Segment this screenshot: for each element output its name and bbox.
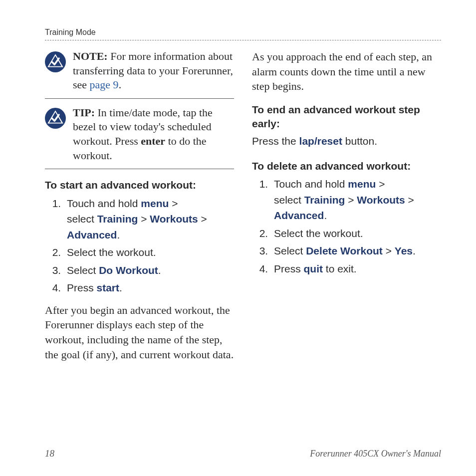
start-workout-title: To start an advanced workout: [45, 178, 234, 192]
note-callout: NOTE: For more information about transfe… [45, 49, 234, 99]
page-number: 18 [45, 448, 54, 459]
menu-workouts: Workouts [357, 194, 405, 206]
list-item: Press start. [64, 280, 234, 296]
key-lap-reset: lap/reset [299, 135, 342, 147]
list-item: Touch and hold menu > select Training > … [271, 176, 441, 224]
list-item: Press quit to exit. [271, 261, 441, 277]
tip-callout: TIP: In time/date mode, tap the bezel to… [45, 106, 234, 169]
menu-advanced: Advanced [67, 229, 117, 240]
manual-title: Forerunner 405CX Owner's Manual [310, 449, 441, 459]
key-quit: quit [304, 263, 323, 274]
key-menu: menu [348, 178, 376, 190]
running-head: Training Mode [45, 28, 441, 37]
tip-label: TIP: [73, 106, 95, 119]
after-begin-paragraph: After you begin an advanced workout, the… [45, 303, 234, 362]
alarm-paragraph: As you approach the end of each step, an… [252, 49, 441, 94]
left-column: NOTE: For more information about transfe… [45, 49, 234, 362]
menu-do-workout: Do Workout [99, 264, 158, 276]
end-step-title: To end an advanced workout step early: [252, 103, 441, 131]
delete-workout-title: To delete an advanced workout: [252, 159, 441, 173]
menu-workouts: Workouts [150, 213, 198, 225]
menu-advanced: Advanced [274, 210, 324, 221]
right-column: As you approach the end of each step, an… [252, 49, 441, 362]
list-item: Select Delete Workout > Yes. [271, 243, 441, 259]
list-item: Select the workout. [271, 226, 441, 241]
key-enter: enter [141, 135, 165, 147]
note-label: NOTE: [73, 50, 108, 62]
start-workout-steps: Touch and hold menu > select Training > … [45, 196, 234, 296]
tip-text: TIP: In time/date mode, tap the bezel to… [73, 106, 234, 163]
note-icon [45, 51, 66, 72]
list-item: Touch and hold menu > select Training > … [64, 196, 234, 243]
menu-training: Training [304, 194, 345, 206]
menu-yes: Yes [395, 245, 413, 256]
header-divider [45, 40, 441, 40]
menu-delete-workout: Delete Workout [306, 245, 383, 256]
tip-icon [45, 108, 66, 129]
menu-training: Training [97, 213, 138, 225]
content-columns: NOTE: For more information about transfe… [45, 49, 441, 362]
key-start: start [97, 282, 120, 293]
key-menu: menu [141, 198, 169, 209]
page-9-link[interactable]: page 9 [90, 78, 119, 91]
page-footer: 18 Forerunner 405CX Owner's Manual [45, 448, 441, 459]
delete-workout-steps: Touch and hold menu > select Training > … [252, 176, 441, 276]
list-item: Select the workout. [64, 244, 234, 260]
list-item: Select Do Workout. [64, 262, 234, 278]
note-text: NOTE: For more information about transfe… [73, 49, 234, 92]
end-step-instruction: Press the lap/reset button. [252, 134, 441, 148]
